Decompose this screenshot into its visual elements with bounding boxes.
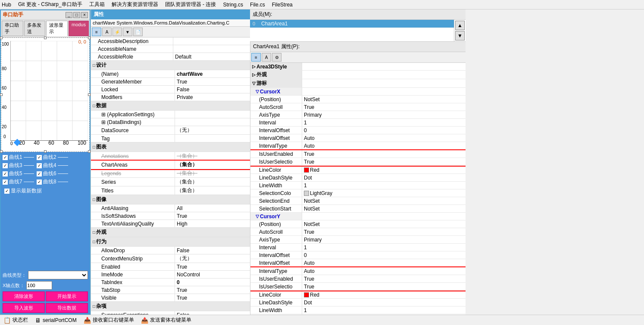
prop-accessible-desc: AccessibleDescription [91,37,250,45]
menu-team[interactable]: 团队资源管理器 - 连接 [165,1,216,8]
props-tool-alpha[interactable]: A [102,28,112,36]
cat-design-expand[interactable]: □ [93,63,95,68]
button-row-1: 清除波形 开始显示 [1,291,90,302]
props-tool-pages[interactable]: 📄 [133,28,143,36]
x-labels: 20406080100 [10,140,88,146]
cat-image-expand[interactable]: □ [93,197,95,202]
cat-appearance-expand[interactable]: □ [93,230,95,235]
legend-curve5[interactable]: ✓ 曲线5 —— [3,170,34,177]
x-points-input[interactable] [26,281,52,290]
legend-cb4[interactable]: ✓ [37,163,42,168]
rp-cursory-axistype: AxisType Primary [250,236,466,244]
legend-curve2[interactable]: ✓ 曲线2 —— [37,154,68,161]
legend-cb2[interactable]: ✓ [37,155,42,160]
close-button[interactable]: × [81,12,88,18]
menu-solution[interactable]: 解决方案资源管理器 [112,1,158,8]
left-panel: 串口助手 _ □ × 串口助手 多条发送 波形显示 modus [0,9,91,315]
legend-cb8[interactable]: ✓ [37,180,42,185]
rp-cursorx-interval: Interval 1 [250,119,466,127]
tab-waveform[interactable]: 波形显示 [46,21,68,36]
legend-curve3[interactable]: ✓ 曲线3 —— [3,162,34,169]
main-content: 串口助手 _ □ × 串口助手 多条发送 波形显示 modus [0,9,644,315]
import-waveform-button[interactable]: 导入波形 [3,303,45,313]
menu-string[interactable]: String.cs [223,2,243,8]
legend-cb1[interactable]: ✓ [3,155,8,160]
curve-type-select[interactable] [28,271,88,279]
left-tabs: 串口助手 多条发送 波形显示 modus [1,20,90,37]
rp-cursorx-intervaloffset2: IntervalOffset Auto [250,134,466,142]
menu-file[interactable]: File.cs [250,2,265,8]
rp-cursorx-selectioncolor: SelectionColo LightGray [250,189,466,197]
cat-misc-expand[interactable]: □ [93,304,95,309]
tab-multi[interactable]: 多条发送 [24,21,46,36]
prop-chartareas: ChartAreas （集合） [91,161,250,169]
members-item-name: ChartArea1 [261,21,288,27]
cat-chart-expand[interactable]: □ [93,145,95,149]
legend-curve6[interactable]: ✓ 曲线6 —— [37,170,68,177]
rp-cursory-isuserselection: IsUserSelectio True [250,283,466,291]
rp-cursory-autoscroll: AutoScroll True [250,228,466,236]
rp-cursorx-linewidth: LineWidth 1 [250,182,466,189]
legend-curve1[interactable]: ✓ 曲线1 —— [3,154,34,161]
members-add-button[interactable]: ▲ [455,21,465,30]
cat-appearance: □ 外观 [91,228,250,237]
curve-type-label: 曲线类型： [3,272,26,279]
cat-data-expand[interactable]: □ [93,103,95,108]
show-latest-row[interactable]: ✓ 显示最新数据 [3,186,88,195]
legend-curve4[interactable]: ✓ 曲线4 —— [37,162,68,169]
legend-curve8[interactable]: ✓ 曲线8 —— [37,178,68,186]
prop-name: (Name) chartWave [91,70,250,78]
status-statusbar[interactable]: 📋 状态栏 [3,316,28,324]
status-send-menu[interactable]: 📤 发送窗体右键菜单 [141,316,191,324]
legend-cb3[interactable]: ✓ [3,163,8,168]
members-remove-button[interactable]: ▼ [455,31,465,40]
show-latest-cb[interactable]: ✓ [4,189,9,194]
menu-toolbox[interactable]: 工具箱 [89,1,105,8]
props-tool-categories[interactable]: ≡ [92,28,101,36]
legend-cb6[interactable]: ✓ [37,171,42,176]
statusbar-icon: 📋 [3,317,11,324]
rp-cursor-cat: ▽ 游标 [250,79,466,88]
start-display-button[interactable]: 开始显示 [46,291,88,301]
prop-modifiers: Modifiers Private [91,93,250,101]
legend-curve7[interactable]: ✓ 曲线7 —— [3,178,34,186]
props-tool-events[interactable]: ⚡ [113,28,122,36]
cat-data-label: 数据 [96,102,106,109]
maximize-button[interactable]: □ [73,12,80,18]
tab-modus[interactable]: modus [69,21,89,36]
export-data-button[interactable]: 导出数据 [46,303,88,313]
props-tool-filter[interactable]: ▼ [123,28,132,36]
right-props-tool-alpha[interactable]: A [262,53,271,62]
members-section: 成员(M): 0 ChartArea1 ▲ ▼ [250,9,466,42]
prop-tabindex: TabIndex 0 [91,279,250,286]
menu-filestream[interactable]: FileStrea [272,2,293,8]
prop-legends: Legends （集合） [91,169,250,178]
right-props-tool-3[interactable]: ⚙ [272,53,281,62]
y-label-80: 80 [2,66,6,71]
rp-cursorx-isuserenabled: IsUserEnabled True [250,150,466,158]
right-props-panel: ChartArea1 属性(P): ≡ A ⚙ ▷ Area3DStyle ▷ [250,42,466,315]
menu-git[interactable]: Git 更改 - CSharp_串口助手 [18,1,82,8]
cat-misc-label: 杂项 [96,303,106,310]
legend-cb7[interactable]: ✓ [3,180,8,185]
cat-behavior-expand[interactable]: □ [93,239,95,244]
legend-row-3: ✓ 曲线5 —— ✓ 曲线6 —— [3,170,88,177]
rp-cursory-linecolor: LineColor Red [250,291,466,299]
props-toolbar: ≡ A ⚡ ▼ 📄 [91,27,250,37]
y-label-0: 0 [3,134,6,139]
clear-waveform-button[interactable]: 清除波形 [3,291,45,301]
send-menu-label: 发送窗体右键菜单 [150,316,191,324]
legend-cb5[interactable]: ✓ [3,171,8,176]
rp-cursory-linedashstyle: LineDashStyle Dot [250,299,466,306]
prop-suppress: SuppressExceptions False [91,311,250,315]
status-serialport[interactable]: 🖥 serialPortCOM [35,317,77,324]
right-props-tool-cat[interactable]: ≡ [251,53,261,62]
menu-hub[interactable]: Hub [2,2,11,8]
rp-cursory-intervaloffset2: IntervalOffset Auto [250,259,466,267]
status-recv-menu[interactable]: 📥 接收窗口右键菜单 [84,316,134,324]
minimize-button[interactable]: _ [66,12,72,18]
tab-serial[interactable]: 串口助手 [2,21,23,36]
y-label-20: 20 [2,124,6,129]
prop-app-settings: ⊞ (ApplicationSettings) [91,111,250,118]
members-item-chartarea1[interactable]: 0 ChartArea1 [250,20,454,28]
